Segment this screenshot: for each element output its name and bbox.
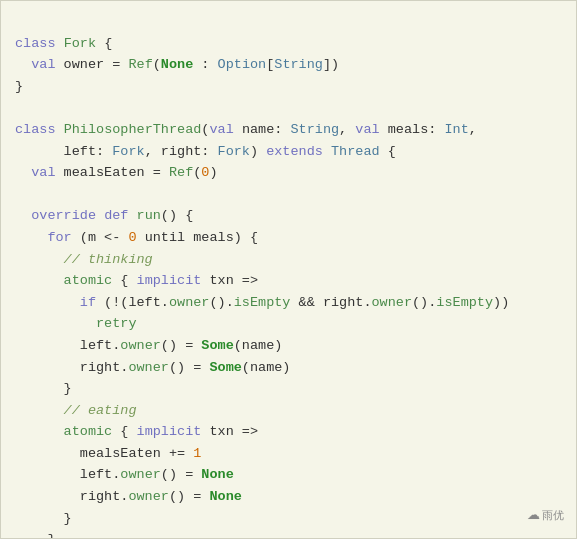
keyword-val-2: val (209, 122, 233, 137)
comment-eating: // eating (64, 403, 137, 418)
some-call-1: Some (201, 338, 233, 353)
owner-call-6: owner (128, 489, 169, 504)
atomic-call-2: atomic (64, 424, 113, 439)
keyword-def: def (104, 208, 128, 223)
some-call-2: Some (209, 360, 241, 375)
owner-call-3: owner (120, 338, 161, 353)
keyword-if: if (80, 295, 96, 310)
keyword-class-2: class (15, 122, 56, 137)
keyword-class: class (15, 36, 56, 51)
comment-thinking: // thinking (64, 252, 153, 267)
class-name-fork: Fork (64, 36, 96, 51)
none-3: None (209, 489, 241, 504)
owner-call-5: owner (120, 467, 161, 482)
owner-call-1: owner (169, 295, 210, 310)
type-string-1: String (274, 57, 323, 72)
type-int: Int (444, 122, 468, 137)
code-container: class Fork { val owner = Ref(None : Opti… (0, 0, 577, 539)
owner-call-2: owner (372, 295, 413, 310)
keyword-extends: extends (266, 144, 323, 159)
none-1: None (161, 57, 193, 72)
watermark: ☁雨优 (527, 505, 564, 526)
method-run: run (137, 208, 161, 223)
keyword-implicit-2: implicit (137, 424, 202, 439)
watermark-text: 雨优 (542, 509, 564, 521)
keyword-val-4: val (31, 165, 55, 180)
none-2: None (201, 467, 233, 482)
number-1: 1 (193, 446, 201, 461)
type-thread: Thread (331, 144, 380, 159)
ref-call-2: Ref (169, 165, 193, 180)
isempty-call-2: isEmpty (436, 295, 493, 310)
keyword-override: override (31, 208, 96, 223)
keyword-val-3: val (355, 122, 379, 137)
type-fork-1: Fork (112, 144, 144, 159)
type-string-2: String (291, 122, 340, 137)
keyword-val-1: val (31, 57, 55, 72)
type-option: Option (218, 57, 267, 72)
retry-call: retry (96, 316, 137, 331)
number-0-2: 0 (128, 230, 136, 245)
keyword-for: for (47, 230, 71, 245)
watermark-icon: ☁ (527, 507, 540, 522)
isempty-call-1: isEmpty (234, 295, 291, 310)
ref-call-1: Ref (128, 57, 152, 72)
keyword-implicit-1: implicit (137, 273, 202, 288)
owner-call-4: owner (128, 360, 169, 375)
type-fork-2: Fork (218, 144, 250, 159)
atomic-call-1: atomic (64, 273, 113, 288)
class-name-philosopher: PhilosopherThread (64, 122, 202, 137)
code-block: class Fork { val owner = Ref(None : Opti… (15, 11, 562, 539)
